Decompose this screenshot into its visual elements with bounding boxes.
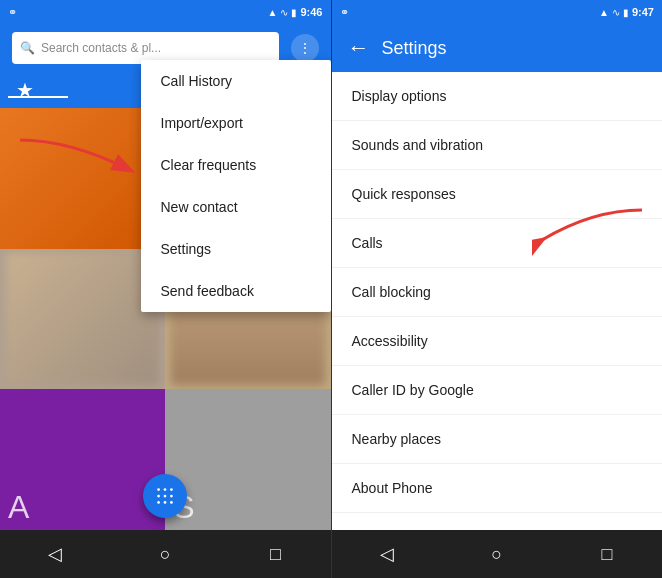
- settings-item-sounds-vibration[interactable]: Sounds and vibration: [332, 121, 663, 170]
- right-time: 9:47: [632, 6, 654, 18]
- status-bar-left: ⚭ ▲ ∿ ▮ 9:46: [0, 0, 331, 24]
- battery-icon: ▮: [291, 7, 297, 18]
- contact-cell-6[interactable]: S: [165, 389, 330, 530]
- menu-item-clear-frequents[interactable]: Clear frequents: [141, 144, 331, 186]
- bottom-nav-right: ◁ ○ □: [332, 530, 663, 578]
- svg-point-8: [164, 501, 167, 504]
- settings-item-display-options[interactable]: Display options: [332, 72, 663, 121]
- wifi-icon-right: ∿: [612, 7, 620, 18]
- dialpad-fab[interactable]: [143, 474, 187, 518]
- settings-item-accessibility[interactable]: Accessibility: [332, 317, 663, 366]
- menu-item-settings[interactable]: Settings: [141, 228, 331, 270]
- dialpad-icon: [154, 485, 176, 507]
- svg-point-4: [157, 495, 160, 498]
- menu-item-call-history[interactable]: Call History: [141, 60, 331, 102]
- home-button-right[interactable]: ○: [477, 534, 517, 574]
- contact-cell-5[interactable]: A: [0, 389, 165, 530]
- right-status-icons: ⚭: [340, 6, 349, 19]
- svg-point-5: [164, 495, 167, 498]
- settings-title: Settings: [382, 38, 447, 59]
- left-panel: ⚭ ▲ ∿ ▮ 9:46 🔍 Search contacts & pl... ⋮…: [0, 0, 331, 578]
- svg-point-7: [157, 501, 160, 504]
- wifi-icon: ∿: [280, 7, 288, 18]
- search-placeholder: Search contacts & pl...: [41, 41, 161, 55]
- settings-item-call-blocking[interactable]: Call blocking: [332, 268, 663, 317]
- bottom-nav-left: ◁ ○ □: [0, 530, 331, 578]
- left-time: 9:46: [300, 6, 322, 18]
- left-status-icons: ⚭: [8, 6, 17, 19]
- left-status-right-icons: ▲ ∿ ▮ 9:46: [268, 6, 323, 18]
- dropdown-menu: Call History Import/export Clear frequen…: [141, 60, 331, 312]
- battery-icon-right: ▮: [623, 7, 629, 18]
- settings-item-calls[interactable]: Calls: [332, 219, 663, 268]
- status-bar-right: ⚭ ▲ ∿ ▮ 9:47: [332, 0, 663, 24]
- svg-point-2: [164, 488, 167, 491]
- settings-item-caller-id[interactable]: Caller ID by Google: [332, 366, 663, 415]
- menu-item-import-export[interactable]: Import/export: [141, 102, 331, 144]
- back-button-left[interactable]: ◁: [35, 534, 75, 574]
- menu-item-send-feedback[interactable]: Send feedback: [141, 270, 331, 312]
- svg-point-6: [170, 495, 173, 498]
- svg-point-1: [157, 488, 160, 491]
- overflow-menu[interactable]: ⋮: [291, 34, 319, 62]
- svg-point-3: [170, 488, 173, 491]
- settings-item-nearby-places[interactable]: Nearby places: [332, 415, 663, 464]
- toolbar-right: ← Settings: [332, 24, 663, 72]
- favorites-tab[interactable]: ★: [16, 78, 34, 102]
- back-button-right[interactable]: ◁: [367, 534, 407, 574]
- recent-button-right[interactable]: □: [587, 534, 627, 574]
- search-icon: 🔍: [20, 41, 35, 55]
- bluetooth-icon: ⚭: [8, 6, 17, 19]
- home-button-left[interactable]: ○: [145, 534, 185, 574]
- svg-point-9: [170, 501, 173, 504]
- settings-list: Display options Sounds and vibration Qui…: [332, 72, 663, 530]
- signal-icon: ▲: [268, 7, 278, 18]
- menu-item-new-contact[interactable]: New contact: [141, 186, 331, 228]
- contact-letter-a: A: [8, 489, 29, 526]
- right-panel: ⚭ ▲ ∿ ▮ 9:47 ← Settings Display options …: [332, 0, 663, 578]
- settings-item-quick-responses[interactable]: Quick responses: [332, 170, 663, 219]
- bluetooth-icon-right: ⚭: [340, 6, 349, 19]
- settings-item-about-phone[interactable]: About Phone: [332, 464, 663, 513]
- back-arrow-button[interactable]: ←: [348, 35, 370, 61]
- recent-button-left[interactable]: □: [255, 534, 295, 574]
- right-status-right-icons: ▲ ∿ ▮ 9:47: [599, 6, 654, 18]
- signal-icon-right: ▲: [599, 7, 609, 18]
